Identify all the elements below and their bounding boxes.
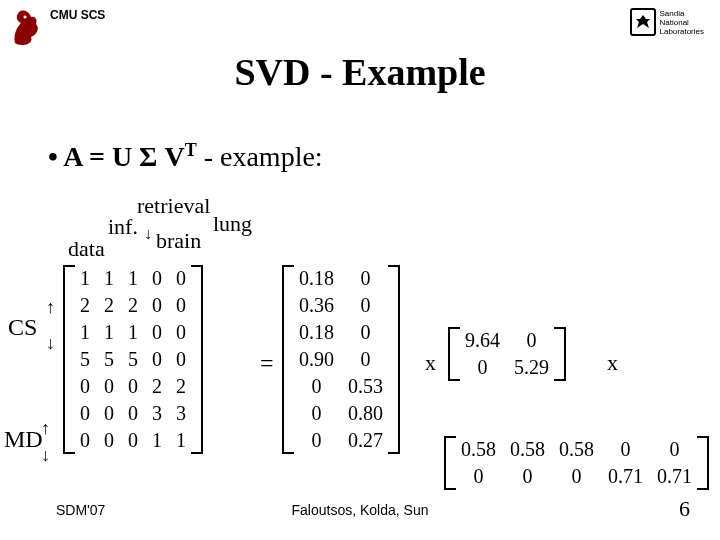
cmu-dragon-icon [11, 7, 41, 47]
svg-point-0 [24, 16, 27, 19]
arrow-down-icon: ↓ [144, 225, 152, 243]
footer-authors: Faloutsos, Kolda, Sun [0, 502, 720, 518]
arrow-down-icon: ↓ [41, 445, 50, 466]
term-label-retrieval: retrieval [137, 193, 210, 219]
matrix-sigma: 9.64005.29 [458, 327, 556, 381]
arrow-up-icon: ↑ [41, 418, 50, 439]
svd-formula-bullet: • A = U Σ VT - example: [48, 140, 323, 173]
equals-sign: = [260, 350, 274, 377]
term-label-data: data [68, 236, 105, 262]
matrix-u: 0.1800.3600.1800.90000.5300.8000.27 [292, 265, 390, 454]
slide-number: 6 [679, 496, 690, 522]
sandia-logo: Sandia National Laboratories [630, 6, 704, 38]
matrix-a: 11100222001110055500000220003300011 [73, 265, 193, 454]
times-sign-sv: x [607, 350, 618, 376]
term-label-lung: lung [213, 211, 252, 237]
row-group-md: MD [4, 426, 43, 453]
cmu-scs-label: CMU SCS [50, 8, 105, 22]
sandia-thunderbird-icon [630, 8, 656, 36]
sandia-text: Sandia National Laboratories [660, 9, 704, 36]
arrow-up-icon: ↑ [46, 297, 55, 318]
times-sign-us: x [425, 350, 436, 376]
matrix-vt: 0.580.580.58000000.710.71 [454, 436, 699, 490]
term-label-brain: brain [156, 228, 201, 254]
arrow-down-icon: ↓ [46, 333, 55, 354]
slide-title: SVD - Example [0, 50, 720, 94]
term-label-inf: inf. [108, 214, 138, 240]
row-group-cs: CS [8, 314, 37, 341]
